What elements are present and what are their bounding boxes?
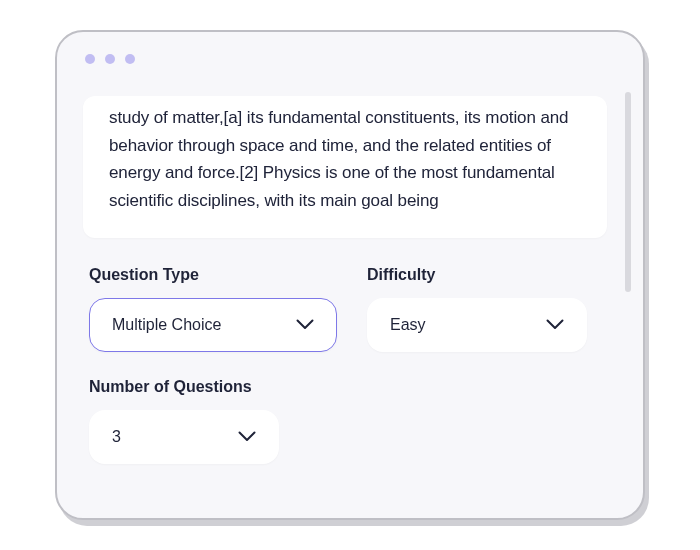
titlebar xyxy=(57,32,643,86)
difficulty-value: Easy xyxy=(390,316,426,334)
question-type-value: Multiple Choice xyxy=(112,316,221,334)
question-type-field: Question Type Multiple Choice xyxy=(89,266,337,352)
chevron-down-icon xyxy=(238,428,256,446)
content-area: study of matter,[a] its fundamental cons… xyxy=(57,86,643,518)
difficulty-label: Difficulty xyxy=(367,266,587,284)
chevron-down-icon xyxy=(546,316,564,334)
chevron-down-icon xyxy=(296,316,314,334)
source-text-card: study of matter,[a] its fundamental cons… xyxy=(83,96,607,238)
controls-grid: Question Type Multiple Choice Difficulty… xyxy=(83,266,617,464)
question-type-label: Question Type xyxy=(89,266,337,284)
question-count-label: Number of Questions xyxy=(89,378,279,396)
traffic-dot-3-icon[interactable] xyxy=(125,54,135,64)
difficulty-dropdown[interactable]: Easy xyxy=(367,298,587,352)
question-count-value: 3 xyxy=(112,428,121,446)
difficulty-field: Difficulty Easy xyxy=(367,266,587,352)
question-count-dropdown[interactable]: 3 xyxy=(89,410,279,464)
question-type-dropdown[interactable]: Multiple Choice xyxy=(89,298,337,352)
traffic-dot-1-icon[interactable] xyxy=(85,54,95,64)
traffic-dot-2-icon[interactable] xyxy=(105,54,115,64)
question-count-field: Number of Questions 3 xyxy=(89,378,279,464)
source-text: study of matter,[a] its fundamental cons… xyxy=(109,104,581,214)
app-window: study of matter,[a] its fundamental cons… xyxy=(55,30,645,520)
